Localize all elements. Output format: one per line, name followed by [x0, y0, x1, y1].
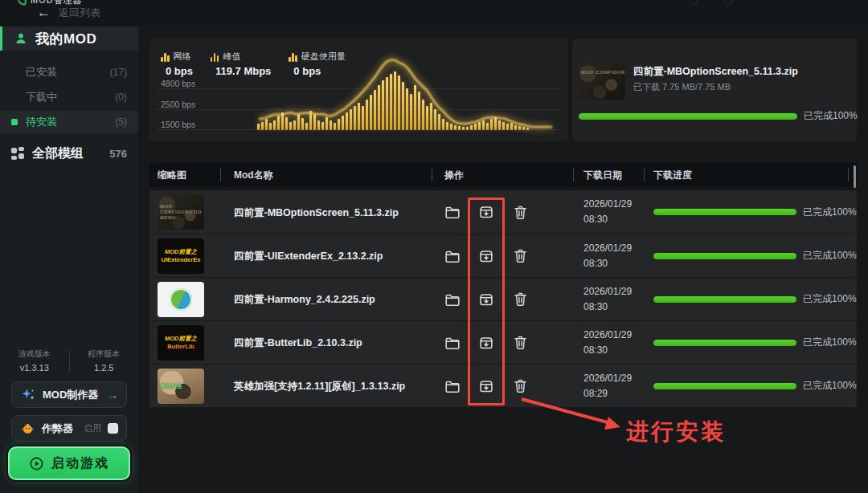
mod-name: 四前置-MBOptionScreen_5.11.3.zip — [220, 207, 399, 218]
download-date: 2026/01/29 — [583, 197, 644, 212]
cheat-button[interactable]: 作弊器 启用 — [11, 415, 127, 442]
progress-label: 已完成100% — [803, 249, 857, 263]
table-row-0: MODCONFIGURATIOMENU四前置-MBOptionScreen_5.… — [149, 190, 857, 234]
download-date: 2026/01/29 — [583, 371, 644, 386]
column-header-3: 下载日期 — [573, 169, 644, 182]
app-window: MOD管理器 ← 返回列表 我的MOD 已安装(17)下载中(0)待安装(5) … — [0, 0, 868, 493]
mod-maker-label: MOD制作器 — [43, 388, 98, 402]
cheat-chick-icon — [20, 421, 35, 436]
window-control-icon[interactable] — [689, 0, 698, 5]
mod-name: 四前置-UIExtenderEx_2.13.2.zip — [220, 251, 383, 262]
top-bar: MOD管理器 ← 返回列表 — [0, 0, 868, 26]
app-version-value: 1.2.5 — [70, 363, 139, 373]
main-content: 网络0 bps峰值119.7 Mbps硬盘使用量0 bps 4800 bps25… — [138, 26, 868, 493]
back-button[interactable]: ← 返回列表 — [37, 6, 100, 20]
progress-bar — [653, 340, 796, 346]
scrollbar-thumb[interactable] — [854, 165, 856, 188]
install-button[interactable] — [476, 332, 497, 353]
cheat-label: 作弊器 — [42, 422, 73, 436]
mod-thumbnail — [158, 282, 204, 317]
progress-label: 已完成100% — [803, 379, 857, 393]
download-panel: MODCONFIGURATIOMENU 四前置-MBOptionScreen_5… — [572, 39, 857, 141]
download-date: 2026/01/29 — [583, 328, 644, 343]
cheat-enable-checkbox[interactable] — [108, 423, 118, 434]
mod-thumbnail: MOD前置之UIExtenderEx — [158, 238, 204, 274]
progress-label: 已完成100% — [803, 292, 857, 306]
network-bars — [257, 46, 534, 130]
download-date: 2026/01/29 — [583, 284, 644, 299]
column-header-2: 操作 — [432, 169, 573, 182]
table-row-2: 四前置-Harmony_2.4.2.225.zip2026/01/2908:30… — [149, 277, 857, 320]
mod-maker-button[interactable]: MOD制作器 → — [11, 381, 127, 408]
axis-label-2: 1500 bps — [161, 120, 195, 129]
install-button[interactable] — [476, 289, 497, 310]
delete-button[interactable] — [510, 376, 530, 397]
download-date: 2026/01/29 — [583, 241, 644, 256]
back-label: 返回列表 — [59, 6, 100, 20]
delete-button[interactable] — [510, 332, 530, 353]
delete-button[interactable] — [510, 202, 530, 222]
table-row-4: 英雄加强英雄加强[支持1.2.11][原创]_1.3.13.zip2026/01… — [149, 364, 857, 407]
download-title: 四前置-MBOptionScreen_5.11.3.zip — [633, 65, 798, 79]
game-version-value: v1.3.13 — [0, 363, 69, 373]
sidebar-bottom: 游戏版本 v1.3.13 程序版本 1.2.5 M — [0, 348, 138, 493]
mod-name: 英雄加强[支持1.2.11][原创]_1.3.13.zip — [220, 381, 405, 392]
sidebar-header-label: 我的MOD — [35, 30, 96, 48]
progress-label: 已完成100% — [804, 109, 858, 123]
mod-name: 四前置-Harmony_2.4.2.225.zip — [220, 294, 375, 305]
sidebar-header-my-mod[interactable]: 我的MOD — [0, 26, 138, 51]
progress-label: 已完成100% — [803, 336, 857, 349]
open-folder-button[interactable] — [442, 332, 463, 353]
grid-icon — [11, 147, 24, 160]
sidebar: 我的MOD 已安装(17)下载中(0)待安装(5) 全部模组 576 游戏版本 … — [0, 26, 138, 493]
axis-label-1: 2500 bps — [161, 100, 195, 109]
sparkle-icon — [20, 387, 36, 403]
all-mods-label: 全部模组 — [32, 145, 84, 162]
all-mods-count: 576 — [109, 148, 127, 160]
sidebar-item-1[interactable]: 下载中(0) — [0, 86, 138, 108]
progress-bar — [653, 253, 796, 259]
install-button[interactable] — [476, 246, 497, 267]
network-panel: 网络0 bps峰值119.7 Mbps硬盘使用量0 bps 4800 bps25… — [149, 39, 568, 141]
play-icon — [29, 456, 44, 471]
version-info: 游戏版本 v1.3.13 程序版本 1.2.5 — [0, 348, 138, 373]
mini-bar-chart-icon — [161, 52, 170, 62]
download-time: 08:30 — [583, 256, 644, 271]
table-row-3: MOD前置之ButterLib四前置-ButterLib_2.10.3.zip2… — [149, 320, 857, 364]
network-stat-0: 网络0 bps — [161, 51, 193, 77]
sidebar-item-2[interactable]: 待安装(5) — [0, 111, 138, 133]
progress-bar — [653, 383, 796, 389]
annotation-text: 进行安装 — [626, 417, 726, 447]
table-header: 缩略图Mod名称操作下载日期下载进度 — [149, 163, 857, 187]
download-size-text: 已下载 7.75 MB/7.75 MB — [633, 81, 731, 93]
table-body: MODCONFIGURATIOMENU四前置-MBOptionScreen_5.… — [149, 190, 857, 407]
open-folder-button[interactable] — [442, 289, 463, 310]
sidebar-item-0[interactable]: 已安装(17) — [0, 61, 138, 84]
install-button[interactable] — [476, 376, 497, 397]
open-folder-button[interactable] — [442, 246, 463, 267]
open-folder-button[interactable] — [442, 376, 463, 397]
download-progress: 已完成100% — [579, 109, 850, 123]
column-header-1: Mod名称 — [220, 169, 432, 182]
progress-bar — [653, 296, 796, 303]
window-control-icon[interactable] — [724, 0, 733, 5]
delete-button[interactable] — [510, 246, 530, 267]
axis-label-0: 4800 bps — [161, 79, 195, 88]
download-time: 08:30 — [583, 343, 644, 358]
download-time: 08:30 — [583, 212, 644, 227]
delete-button[interactable] — [510, 289, 530, 310]
column-header-0: 缩略图 — [149, 169, 220, 182]
download-thumbnail: MODCONFIGURATIOMENU — [579, 63, 625, 100]
sidebar-item-all-mods[interactable]: 全部模组 576 — [0, 141, 138, 165]
app-version-label: 程序版本 — [70, 348, 139, 360]
mod-thumbnail: MOD前置之ButterLib — [158, 325, 204, 361]
install-button[interactable] — [476, 202, 497, 222]
mini-bar-chart-icon — [211, 52, 219, 62]
table-row-1: MOD前置之UIExtenderEx四前置-UIExtenderEx_2.13.… — [149, 234, 857, 277]
open-folder-button[interactable] — [442, 202, 463, 222]
launch-game-button[interactable]: 启动游戏 — [8, 446, 130, 480]
progress-bar — [653, 209, 796, 215]
mod-thumbnail: MODCONFIGURATIOMENU — [158, 194, 204, 230]
column-header-4: 下载进度 — [644, 169, 857, 182]
back-arrow-icon: ← — [37, 6, 51, 20]
